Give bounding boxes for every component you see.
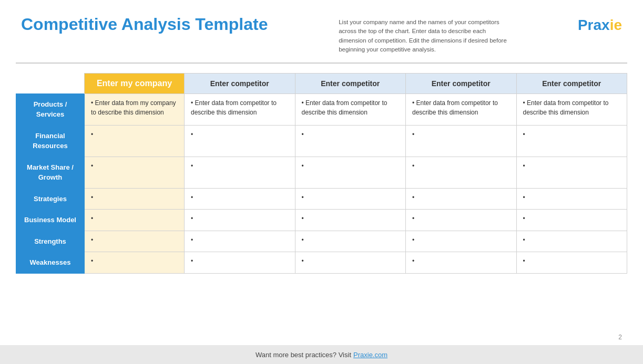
table-row: Strategies••••• bbox=[16, 188, 627, 210]
table-row: Financial Resources••••• bbox=[16, 125, 627, 157]
competitor-cell-1-2[interactable]: • bbox=[406, 125, 517, 157]
my-company-cell-4[interactable]: • bbox=[85, 210, 185, 231]
competitor-cell-5-0[interactable]: • bbox=[185, 231, 295, 252]
page-number: 2 bbox=[618, 334, 622, 341]
table-row: Strengths••••• bbox=[16, 231, 627, 252]
competitor-cell-1-3[interactable]: • bbox=[516, 125, 627, 157]
my-company-cell-5[interactable]: • bbox=[85, 231, 185, 252]
col-header-competitor-2[interactable]: Enter competitor bbox=[295, 73, 406, 93]
competitor-cell-1-0[interactable]: • bbox=[185, 125, 295, 157]
dim-label-1: Financial Resources bbox=[16, 125, 85, 157]
competitor-cell-2-2[interactable]: • bbox=[406, 157, 517, 188]
competitor-cell-3-0[interactable]: • bbox=[185, 188, 295, 210]
dim-label-4: Business Model bbox=[16, 210, 85, 231]
my-company-cell-2[interactable]: • bbox=[85, 157, 185, 188]
col-header-mycompany[interactable]: Enter my company bbox=[85, 73, 185, 93]
competitor-cell-6-0[interactable]: • bbox=[185, 252, 295, 274]
my-company-cell-0[interactable]: • Enter data from my company to describe… bbox=[85, 93, 185, 125]
my-company-cell-6[interactable]: • bbox=[85, 252, 185, 274]
competitor-cell-4-2[interactable]: • bbox=[406, 210, 517, 231]
logo-text-blue: Prax bbox=[578, 17, 610, 34]
dim-label-5: Strengths bbox=[16, 231, 85, 252]
col-header-competitor-4[interactable]: Enter competitor bbox=[516, 73, 627, 93]
header-description: List your company name and the names of … bbox=[323, 18, 523, 54]
dim-label-3: Strategies bbox=[16, 188, 85, 210]
col-header-competitor-1[interactable]: Enter competitor bbox=[185, 73, 295, 93]
header: Competitive Analysis Template List your … bbox=[0, 0, 643, 63]
logo-text-yellow: ie bbox=[610, 17, 622, 34]
footer-text: Want more best practices? Visit bbox=[256, 351, 351, 359]
competitor-cell-3-2[interactable]: • bbox=[406, 188, 517, 210]
competitor-cell-6-1[interactable]: • bbox=[295, 252, 406, 274]
competitor-cell-2-0[interactable]: • bbox=[185, 157, 295, 188]
competitor-cell-5-1[interactable]: • bbox=[295, 231, 406, 252]
competitor-cell-2-3[interactable]: • bbox=[516, 157, 627, 188]
competitor-cell-1-1[interactable]: • bbox=[295, 125, 406, 157]
my-company-cell-1[interactable]: • bbox=[85, 125, 185, 157]
competitor-cell-0-1[interactable]: • Enter data from competitor to describe… bbox=[295, 93, 406, 125]
competitor-cell-3-1[interactable]: • bbox=[295, 188, 406, 210]
competitor-cell-4-1[interactable]: • bbox=[295, 210, 406, 231]
table-wrapper: Enter my company Enter competitor Enter … bbox=[0, 64, 643, 346]
slide: Competitive Analysis Template List your … bbox=[0, 0, 643, 364]
page-title: Competitive Analysis Template bbox=[21, 15, 268, 34]
competitor-cell-0-0[interactable]: • Enter data from competitor to describe… bbox=[185, 93, 295, 125]
competitor-cell-3-3[interactable]: • bbox=[516, 188, 627, 210]
competitive-analysis-table: Enter my company Enter competitor Enter … bbox=[16, 73, 627, 274]
dim-label-2: Market Share / Growth bbox=[16, 157, 85, 188]
my-company-cell-3[interactable]: • bbox=[85, 188, 185, 210]
competitor-cell-4-0[interactable]: • bbox=[185, 210, 295, 231]
competitor-cell-5-3[interactable]: • bbox=[516, 231, 627, 252]
dim-label-6: Weaknesses bbox=[16, 252, 85, 274]
logo: Praxie bbox=[578, 17, 622, 34]
footer: Want more best practices? Visit Praxie.c… bbox=[0, 345, 643, 364]
col-header-competitor-3[interactable]: Enter competitor bbox=[406, 73, 517, 93]
competitor-cell-6-3[interactable]: • bbox=[516, 252, 627, 274]
table-row: Products / Services• Enter data from my … bbox=[16, 93, 627, 125]
competitor-cell-0-2[interactable]: • Enter data from competitor to describe… bbox=[406, 93, 517, 125]
dim-label-0: Products / Services bbox=[16, 93, 85, 125]
competitor-cell-5-2[interactable]: • bbox=[406, 231, 517, 252]
footer-link[interactable]: Praxie.com bbox=[353, 351, 387, 359]
col-header-dim bbox=[16, 73, 85, 93]
table-row: Market Share / Growth••••• bbox=[16, 157, 627, 188]
table-row: Business Model••••• bbox=[16, 210, 627, 231]
competitor-cell-2-1[interactable]: • bbox=[295, 157, 406, 188]
competitor-cell-4-3[interactable]: • bbox=[516, 210, 627, 231]
table-row: Weaknesses••••• bbox=[16, 252, 627, 274]
competitor-cell-0-3[interactable]: • Enter data from competitor to describe… bbox=[516, 93, 627, 125]
competitor-cell-6-2[interactable]: • bbox=[406, 252, 517, 274]
